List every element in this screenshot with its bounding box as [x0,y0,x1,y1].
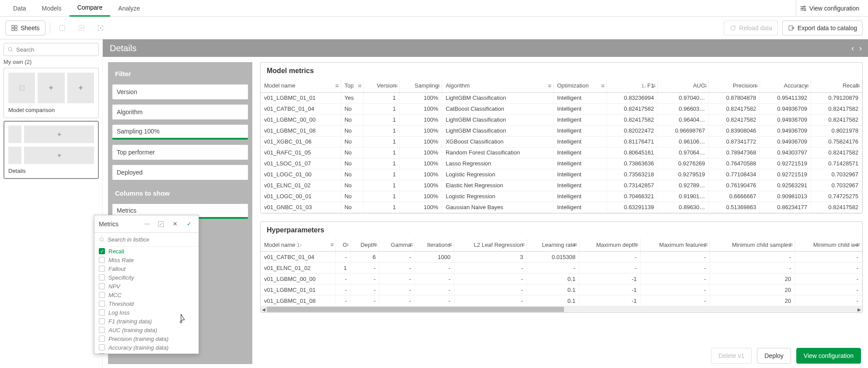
nav-next-icon[interactable]: › [858,44,864,53]
column-menu-icon[interactable]: ≡ [449,241,452,248]
table-row[interactable]: v01_LGBMC_01_08-----0.1-1-20- [261,295,862,306]
column-menu-icon[interactable]: ≡ [601,82,604,89]
column-menu-icon[interactable]: ≡ [635,241,638,248]
col-f1[interactable]: 1↓F1≡ [607,79,658,92]
tab-data[interactable]: Data [5,0,34,17]
filter-version[interactable]: Version [112,84,248,99]
column-menu-icon[interactable]: ≡ [789,241,793,248]
table-row[interactable]: v01_LSOC_01_07No1100%Lasso RegressionInt… [261,158,862,169]
table-row[interactable]: v01_ELNC_01_021--------- [261,263,862,273]
filter-sampling[interactable]: Sampling 100% [112,125,248,140]
metrics-option[interactable]: Miss Rate [94,256,199,264]
metrics-option[interactable]: Threshold [94,299,199,308]
table-row[interactable]: v01_LOGC_01_00No1100%Logistic Regression… [261,169,862,180]
table-row[interactable]: v01_LGBMC_01_08No1100%LightGBM Classific… [261,125,862,136]
column-menu-icon[interactable]: ≡ [374,241,377,248]
column-menu-icon[interactable]: ≡ [857,82,860,89]
col-accuracy[interactable]: Accuracy≡ [760,79,811,92]
select-all-icon[interactable] [156,219,166,229]
column-menu-icon[interactable]: ≡ [805,82,809,89]
column-menu-icon[interactable]: ≡ [652,82,655,89]
col-top[interactable]: Top≡ [341,79,363,92]
column-menu-icon[interactable]: ≡ [704,241,708,248]
table-row[interactable]: v01_LGBMC_01_01-----0.1-1-20- [261,284,862,295]
export-data-button[interactable]: Export data to catalog [782,21,863,35]
col-minimum-child-we[interactable]: Minimum child we ≡ [795,238,862,252]
metrics-option[interactable]: Precision (training data) [94,334,199,343]
thumb-details[interactable]: ✦ ✦ Details [3,121,99,179]
col-c[interactable]: C ≡ [336,238,351,252]
tab-models[interactable]: Models [34,0,70,17]
table-row[interactable]: v01_LGBMC_00_00-----0.1-1-20- [261,273,862,284]
sheets-button[interactable]: Sheets [5,21,45,35]
view-configuration-link[interactable]: View configuration [796,0,863,17]
column-menu-icon[interactable]: ≡ [358,82,362,89]
table-row[interactable]: v01_XGBC_01_06No1100%XGBoost Classificat… [261,136,862,147]
deploy-button[interactable]: Deploy [757,348,791,364]
column-menu-icon[interactable]: ≡ [754,82,758,89]
col-model-name[interactable]: Model name≡ [261,79,341,92]
toolbar-icon-3[interactable] [93,21,108,35]
col-model-name[interactable]: Model name 1↑≡ [261,238,336,252]
table-row[interactable]: v01_LGBMC_00_00No1100%LightGBM Classific… [261,114,862,125]
metrics-search-input[interactable] [108,236,194,243]
metrics-option[interactable]: NPV [94,282,199,291]
col-sampling[interactable]: Sampling≡ [400,79,442,92]
thumb-model-comparison[interactable]: ✦ ✦ Model comparison [3,68,99,118]
column-menu-icon[interactable]: ≡ [394,82,397,89]
col-optimization[interactable]: Optimization≡ [553,79,607,92]
table-row[interactable]: v01_CATBC_01_04-6-100030.015308---- [261,252,862,263]
column-menu-icon[interactable]: ≡ [409,241,413,248]
column-menu-icon[interactable]: ≡ [521,241,525,248]
column-menu-icon[interactable]: ≡ [857,241,860,248]
col-maximum-depth[interactable]: Maximum depth ≡ [579,238,640,252]
close-icon[interactable]: ✕ [170,219,180,229]
table-row[interactable]: v01_ELNC_01_02No1100%Elastic Net Regress… [261,180,862,191]
col-minimum-child-samples[interactable]: Minimum child samples ≡ [710,238,795,252]
metrics-option[interactable]: MCC [94,291,199,299]
column-menu-icon[interactable]: ≡ [345,241,349,248]
table-row[interactable]: v01_GNBC_01_03No1100%Gaussian Naive Baye… [261,202,862,213]
search-input[interactable] [16,46,95,53]
scroll-thumb[interactable] [267,307,564,312]
col-l2-leaf-regression[interactable]: L2 Leaf Regression ≡ [454,238,527,252]
col-iterations[interactable]: Iterations ≡ [415,238,454,252]
filter-algorithm[interactable]: Algorithm [112,105,248,119]
col-version[interactable]: Version≡ [363,79,399,92]
scroll-right-icon[interactable]: ▶ [856,306,862,312]
col-algorithm[interactable]: Algorithm≡ [442,79,554,92]
view-configuration-button[interactable]: View configuration [796,348,861,364]
search-box[interactable] [3,43,99,56]
column-menu-icon[interactable]: ≡ [574,241,577,248]
col-maximum-features[interactable]: Maximum features ≡ [640,238,710,252]
toolbar-icon-1[interactable] [55,21,70,35]
tab-analyze[interactable]: Analyze [110,0,148,17]
table-row[interactable]: v01_LGBMC_01_01Yes1100%LightGBM Classifi… [261,92,862,103]
nav-prev-icon[interactable]: ‹ [850,44,856,53]
table-row[interactable]: v01_CATBC_01_04No1100%CatBoost Classific… [261,103,862,114]
metrics-option[interactable]: Fallout [94,264,199,273]
metrics-option[interactable]: Specificity [94,273,199,282]
scroll-left-icon[interactable]: ◀ [261,306,267,312]
table-row[interactable]: v01_RAFC_01_05No1100%Random Forest Class… [261,147,862,158]
more-icon[interactable]: ⋯ [142,219,152,229]
tab-compare[interactable]: Compare [70,0,111,17]
column-menu-icon[interactable]: ≡ [703,82,707,89]
filter-top[interactable]: Top performer [112,145,248,160]
metrics-option[interactable]: F1 (training data) [94,317,199,326]
col-learning-rate[interactable]: Learning rate ≡ [527,238,579,252]
metrics-option[interactable]: Recall (training data) [94,352,199,354]
col-depth[interactable]: Depth ≡ [351,238,380,252]
horizontal-scrollbar[interactable]: ◀ ▶ [261,306,862,312]
col-recall[interactable]: Recall≡ [811,79,862,92]
confirm-icon[interactable]: ✓ [184,219,194,229]
metrics-option[interactable]: ✓Recall [94,247,199,256]
toolbar-icon-2[interactable] [74,21,89,35]
metrics-option[interactable]: AUC (training data) [94,326,199,334]
table-row[interactable]: v01_LOGC_00_01No1100%Logistic Regression… [261,191,862,202]
col-precision[interactable]: Precision≡ [709,79,760,92]
column-menu-icon[interactable]: ≡ [436,82,440,89]
metrics-list[interactable]: ✓RecallMiss RateFalloutSpecificityNPVMCC… [94,247,199,354]
col-gamma[interactable]: Gamma ≡ [380,238,415,252]
column-menu-icon[interactable]: ≡ [330,241,334,248]
